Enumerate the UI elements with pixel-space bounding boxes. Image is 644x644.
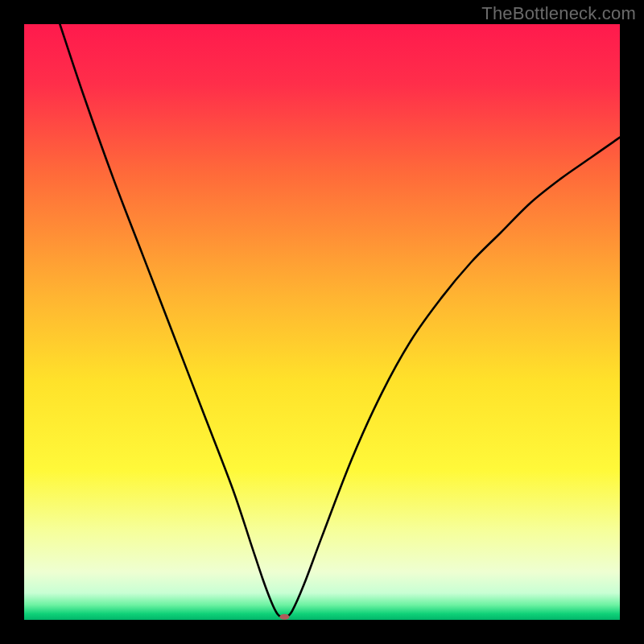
plot-area: [24, 24, 620, 620]
chart-frame: TheBottleneck.com: [0, 0, 644, 644]
optimal-marker: [279, 614, 289, 620]
watermark-text: TheBottleneck.com: [481, 3, 636, 24]
gradient-background: [24, 24, 620, 620]
bottleneck-chart: [24, 24, 620, 620]
